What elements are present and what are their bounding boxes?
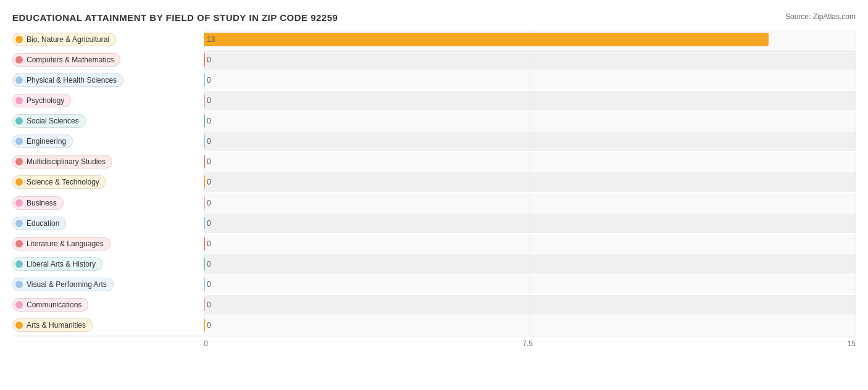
bar-row: Social Sciences0 [12, 111, 856, 131]
bar-graph-area: 0 [204, 91, 856, 110]
bar-label-area: Psychology [12, 94, 204, 107]
bar-row: Arts & Humanities0 [12, 315, 856, 335]
bar-label-text: Physical & Health Sciences [27, 76, 117, 85]
bar-fill: 0 [204, 257, 205, 271]
grid-line [530, 254, 530, 274]
grid-line [856, 275, 856, 294]
bar-graph-area: 0 [204, 254, 856, 274]
bar-label-pill: Multidisciplinary Studies [12, 155, 112, 168]
grid-line [530, 91, 530, 110]
bar-value-label: 0 [207, 76, 211, 85]
bar-dot [15, 97, 23, 104]
grid-line [856, 111, 856, 131]
bar-label-text: Computers & Mathematics [27, 56, 114, 64]
bar-dot [15, 117, 23, 125]
bar-row: Psychology0 [12, 91, 856, 110]
x-axis-label: 0 [204, 339, 208, 348]
bar-label-pill: Physical & Health Sciences [12, 73, 123, 87]
bar-label-area: Computers & Mathematics [12, 53, 204, 67]
bar-label-area: Engineering [12, 135, 204, 148]
bar-label-area: Liberal Arts & History [12, 257, 204, 271]
bar-dot [15, 158, 23, 165]
bar-label-pill: Business [12, 196, 64, 210]
bar-row: Liberal Arts & History0 [12, 254, 856, 274]
bar-fill: 0 [204, 318, 205, 332]
bar-label-pill: Visual & Performing Arts [12, 278, 114, 291]
bar-value-label: 0 [207, 178, 211, 186]
bar-graph-area: 13 [204, 30, 856, 49]
x-axis: 07.515 [12, 336, 856, 348]
grid-line [530, 275, 530, 294]
bar-label-text: Education [27, 219, 59, 228]
bar-label-pill: Liberal Arts & History [12, 257, 102, 271]
bar-value-label: 0 [207, 321, 211, 330]
grid-line [856, 214, 856, 233]
bar-graph-area: 0 [204, 152, 856, 172]
bar-fill: 0 [204, 217, 205, 230]
bar-row: Literature & Languages0 [12, 234, 856, 254]
bar-row: Visual & Performing Arts0 [12, 275, 856, 294]
bar-label-pill: Literature & Languages [12, 237, 111, 251]
bar-fill: 0 [204, 237, 205, 251]
grid-line [856, 172, 856, 192]
grid-line [856, 254, 856, 274]
bar-label-pill: Arts & Humanities [12, 318, 93, 332]
chart-container: EDUCATIONAL ATTAINMENT BY FIELD OF STUDY… [0, 0, 868, 390]
bar-dot [15, 240, 23, 247]
bar-row: Communications0 [12, 295, 856, 315]
bar-fill: 0 [204, 278, 205, 291]
grid-line [856, 234, 856, 254]
bar-value-label: 0 [207, 260, 211, 268]
bar-fill: 0 [204, 196, 205, 210]
grid-line [530, 152, 530, 172]
bar-row: Computers & Mathematics0 [12, 50, 856, 70]
bar-value-label: 0 [207, 219, 211, 228]
bar-label-text: Literature & Languages [27, 239, 104, 248]
bar-value-label: 0 [207, 137, 211, 146]
bar-value-label: 0 [207, 280, 211, 289]
bar-dot [15, 281, 23, 288]
bar-graph-area: 0 [204, 172, 856, 192]
bar-graph-area: 0 [204, 70, 856, 90]
chart-title: EDUCATIONAL ATTAINMENT BY FIELD OF STUDY… [12, 12, 856, 23]
grid-line [856, 152, 856, 172]
bar-value-label: 0 [207, 199, 211, 207]
grid-line [530, 111, 530, 131]
chart-source: Source: ZipAtlas.com [785, 12, 856, 21]
bar-label-pill: Computers & Mathematics [12, 53, 120, 67]
bar-label-area: Education [12, 217, 204, 230]
bar-label-text: Multidisciplinary Studies [27, 157, 106, 166]
bar-label-area: Visual & Performing Arts [12, 278, 204, 291]
grid-line [530, 131, 530, 151]
x-axis-label: 7.5 [522, 339, 533, 348]
bar-label-text: Communications [27, 301, 81, 309]
grid-line [530, 172, 530, 192]
bar-label-pill: Communications [12, 298, 88, 312]
bar-graph-area: 0 [204, 131, 856, 151]
bar-label-text: Engineering [27, 137, 66, 146]
bar-fill: 0 [204, 175, 205, 189]
grid-line [530, 193, 530, 213]
bar-dot [15, 56, 23, 64]
bar-value-label: 0 [207, 239, 211, 248]
bar-label-area: Science & Technology [12, 175, 204, 189]
bar-dot [15, 138, 23, 145]
grid-line [856, 91, 856, 110]
bar-label-pill: Social Sciences [12, 114, 86, 128]
grid-line [856, 131, 856, 151]
bar-row: Engineering0 [12, 131, 856, 151]
bar-fill: 0 [204, 114, 205, 128]
bar-dot [15, 322, 23, 329]
grid-line [530, 214, 530, 233]
bar-label-area: Literature & Languages [12, 237, 204, 251]
grid-line [856, 50, 856, 70]
bar-row: Bio, Nature & Agricultural13 [12, 30, 856, 49]
chart-area: Bio, Nature & Agricultural13Computers & … [12, 29, 856, 348]
grid-line [530, 234, 530, 254]
bar-label-area: Arts & Humanities [12, 318, 204, 332]
bar-label-pill: Engineering [12, 135, 73, 148]
bar-label-area: Communications [12, 298, 204, 312]
bar-graph-area: 0 [204, 111, 856, 131]
bar-dot [15, 178, 23, 186]
grid-line [530, 50, 530, 70]
